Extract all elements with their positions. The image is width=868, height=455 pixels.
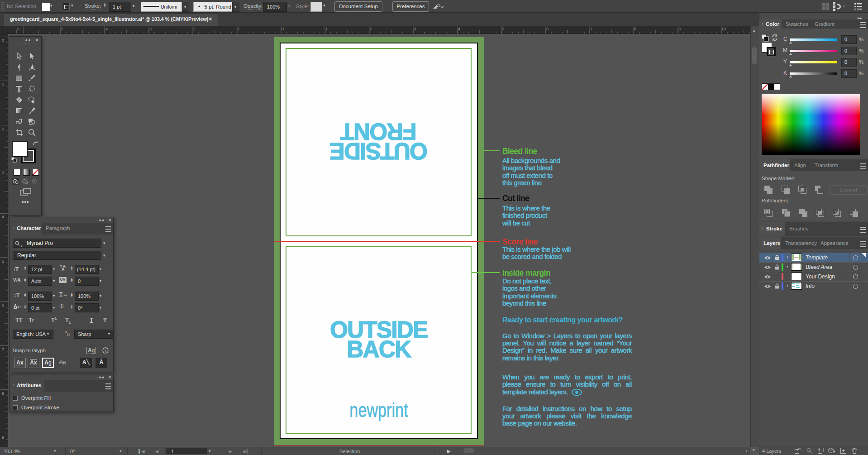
svg-text:i: i — [105, 349, 106, 353]
